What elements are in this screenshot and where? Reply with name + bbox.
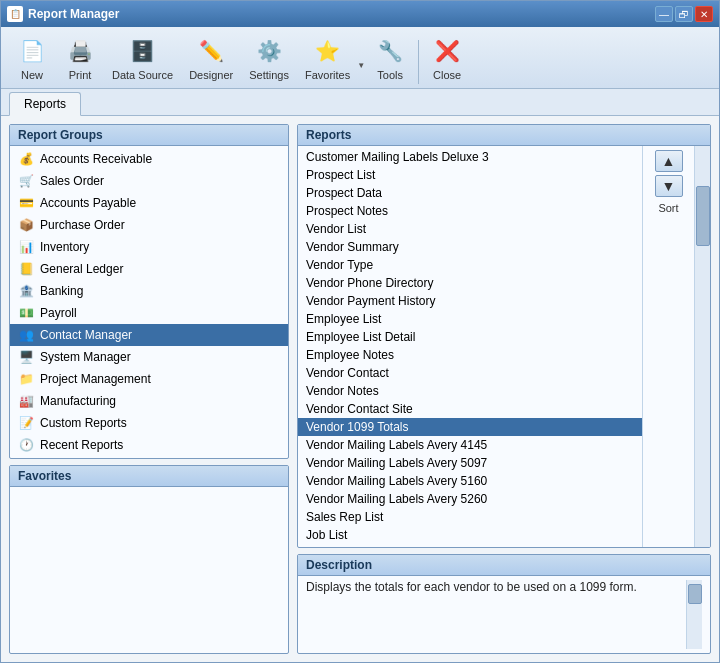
- group-item-payroll[interactable]: 💵Payroll: [10, 302, 288, 324]
- print-icon: 🖨️: [64, 35, 96, 67]
- group-label-payroll: Payroll: [40, 306, 77, 320]
- main-content: Report Groups 💰Accounts Receivable🛒Sales…: [1, 116, 719, 662]
- description-scrollbar-thumb[interactable]: [688, 584, 702, 604]
- report-item[interactable]: Vendor Type: [298, 256, 642, 274]
- report-groups-panel: Report Groups 💰Accounts Receivable🛒Sales…: [9, 124, 289, 459]
- toolbar-separator: [418, 40, 419, 84]
- favorites-icon: ⭐: [312, 35, 344, 67]
- favorites-content: [10, 487, 288, 567]
- group-item-custom-reports[interactable]: 📝Custom Reports: [10, 412, 288, 434]
- toolbar-close-icon: ❌: [431, 35, 463, 67]
- group-icon-system-manager: 🖥️: [18, 349, 34, 365]
- title-bar: 📋 Report Manager — 🗗 ✕: [1, 1, 719, 27]
- group-item-accounts-receivable[interactable]: 💰Accounts Receivable: [10, 148, 288, 170]
- toolbar-new[interactable]: 📄 New: [9, 32, 55, 84]
- sort-up-button[interactable]: ▲: [655, 150, 683, 172]
- description-content: Displays the totals for each vendor to b…: [298, 576, 710, 653]
- report-item[interactable]: Vendor Payment History: [298, 292, 642, 310]
- favorites-title: Favorites: [10, 466, 288, 487]
- report-groups-title: Report Groups: [10, 125, 288, 146]
- report-item[interactable]: Vendor Mailing Labels Avery 5260: [298, 490, 642, 508]
- tab-reports[interactable]: Reports: [9, 92, 81, 116]
- report-item[interactable]: Prospect List: [298, 166, 642, 184]
- report-item[interactable]: Prospect Data: [298, 184, 642, 202]
- group-label-banking: Banking: [40, 284, 83, 298]
- designer-icon: ✏️: [195, 35, 227, 67]
- sort-label: Sort: [658, 202, 678, 214]
- close-window-button[interactable]: ✕: [695, 6, 713, 22]
- group-item-banking[interactable]: 🏦Banking: [10, 280, 288, 302]
- report-item[interactable]: Vendor Contact Site: [298, 400, 642, 418]
- restore-button[interactable]: 🗗: [675, 6, 693, 22]
- report-item[interactable]: Vendor List: [298, 220, 642, 238]
- sort-controls: ▲ ▼ Sort: [642, 146, 694, 547]
- group-icon-sales-order: 🛒: [18, 173, 34, 189]
- group-item-sales-order[interactable]: 🛒Sales Order: [10, 170, 288, 192]
- group-item-system-manager[interactable]: 🖥️System Manager: [10, 346, 288, 368]
- report-item[interactable]: Vendor Contact: [298, 364, 642, 382]
- group-icon-banking: 🏦: [18, 283, 34, 299]
- group-item-inventory[interactable]: 📊Inventory: [10, 236, 288, 258]
- favorites-dropdown-arrow[interactable]: ▼: [357, 61, 365, 70]
- group-label-system-manager: System Manager: [40, 350, 131, 364]
- report-item[interactable]: Vendor 1099 Totals: [298, 418, 642, 436]
- group-item-contact-manager[interactable]: 👥Contact Manager: [10, 324, 288, 346]
- datasource-icon: 🗄️: [127, 35, 159, 67]
- description-scrollbar[interactable]: [686, 580, 702, 649]
- group-item-project-management[interactable]: 📁Project Management: [10, 368, 288, 390]
- toolbar-designer[interactable]: ✏️ Designer: [182, 32, 240, 84]
- group-item-recent-reports[interactable]: 🕐Recent Reports: [10, 434, 288, 456]
- toolbar-new-label: New: [21, 69, 43, 81]
- report-item[interactable]: Vendor Mailing Labels Avery 5160: [298, 472, 642, 490]
- report-item[interactable]: Sales Rep List: [298, 508, 642, 526]
- report-item[interactable]: Vendor Summary: [298, 238, 642, 256]
- reports-scrollbar-thumb[interactable]: [696, 186, 710, 246]
- toolbar-close[interactable]: ❌ Close: [424, 32, 470, 84]
- toolbar-favorites-wrapper: ⭐ Favorites ▼: [298, 32, 365, 84]
- group-label-accounts-receivable: Accounts Receivable: [40, 152, 152, 166]
- reports-list: Customer Mailing Labels Deluxe 3Prospect…: [298, 146, 642, 547]
- toolbar-print[interactable]: 🖨️ Print: [57, 32, 103, 84]
- report-item[interactable]: Job Notes: [298, 544, 642, 547]
- settings-icon: ⚙️: [253, 35, 285, 67]
- group-item-accounts-payable[interactable]: 💳Accounts Payable: [10, 192, 288, 214]
- description-panel: Description Displays the totals for each…: [297, 554, 711, 654]
- toolbar-designer-label: Designer: [189, 69, 233, 81]
- toolbar-tools[interactable]: 🔧 Tools: [367, 32, 413, 84]
- toolbar: 📄 New 🖨️ Print 🗄️ Data Source ✏️ Designe…: [1, 27, 719, 89]
- report-item[interactable]: Employee List: [298, 310, 642, 328]
- toolbar-settings[interactable]: ⚙️ Settings: [242, 32, 296, 84]
- report-item[interactable]: Customer Mailing Labels Deluxe 3: [298, 148, 642, 166]
- report-item[interactable]: Vendor Phone Directory: [298, 274, 642, 292]
- group-item-manufacturing[interactable]: 🏭Manufacturing: [10, 390, 288, 412]
- description-title: Description: [298, 555, 710, 576]
- report-item[interactable]: Employee List Detail: [298, 328, 642, 346]
- title-controls: — 🗗 ✕: [655, 6, 713, 22]
- sort-down-button[interactable]: ▼: [655, 175, 683, 197]
- toolbar-datasource-label: Data Source: [112, 69, 173, 81]
- report-item[interactable]: Vendor Mailing Labels Avery 4145: [298, 436, 642, 454]
- toolbar-close-label: Close: [433, 69, 461, 81]
- toolbar-datasource[interactable]: 🗄️ Data Source: [105, 32, 180, 84]
- toolbar-tools-label: Tools: [377, 69, 403, 81]
- reports-scrollbar[interactable]: [694, 146, 710, 547]
- group-label-sales-order: Sales Order: [40, 174, 104, 188]
- toolbar-favorites[interactable]: ⭐ Favorites: [298, 32, 357, 84]
- toolbar-print-label: Print: [69, 69, 92, 81]
- tools-icon: 🔧: [374, 35, 406, 67]
- minimize-button[interactable]: —: [655, 6, 673, 22]
- report-item[interactable]: Job List: [298, 526, 642, 544]
- report-item[interactable]: Employee Notes: [298, 346, 642, 364]
- report-item[interactable]: Vendor Notes: [298, 382, 642, 400]
- group-item-purchase-order[interactable]: 📦Purchase Order: [10, 214, 288, 236]
- window-icon: 📋: [7, 6, 23, 22]
- group-label-contact-manager: Contact Manager: [40, 328, 132, 342]
- group-label-custom-reports: Custom Reports: [40, 416, 127, 430]
- group-icon-custom-reports: 📝: [18, 415, 34, 431]
- report-item[interactable]: Vendor Mailing Labels Avery 5097: [298, 454, 642, 472]
- reports-title: Reports: [298, 125, 710, 146]
- group-icon-payroll: 💵: [18, 305, 34, 321]
- report-item[interactable]: Prospect Notes: [298, 202, 642, 220]
- group-item-general-ledger[interactable]: 📒General Ledger: [10, 258, 288, 280]
- group-icon-inventory: 📊: [18, 239, 34, 255]
